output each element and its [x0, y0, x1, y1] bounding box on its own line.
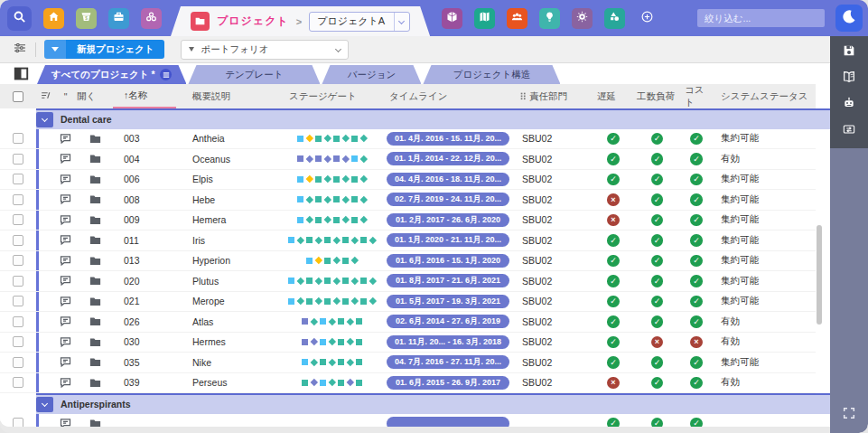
- table-row[interactable]: 003Antheia01. 4月. 2016 - 15. 11月. 20...S…: [0, 129, 816, 150]
- header-system-status[interactable]: システムステータス: [714, 84, 816, 108]
- comment-icon[interactable]: [59, 254, 72, 268]
- row-checkbox[interactable]: [13, 194, 23, 205]
- table-row[interactable]: 021Merope01. 5月. 2017 - 19. 3月. 2021SBU0…: [0, 292, 816, 313]
- header-timeline[interactable]: タイムライン: [384, 84, 515, 108]
- components-button[interactable]: [604, 8, 625, 29]
- header-load[interactable]: 工数負荷: [635, 84, 679, 108]
- comment-icon[interactable]: [59, 233, 72, 247]
- table-row[interactable]: ✓✓✓: [0, 414, 816, 428]
- settings-button[interactable]: [572, 8, 593, 29]
- open-folder-button[interactable]: [89, 376, 102, 390]
- portfolio-button[interactable]: [108, 8, 129, 29]
- table-row[interactable]: 009Hemera01. 2月. 2017 - 26. 6月. 2020SBU0…: [0, 211, 816, 231]
- tab-menu-button[interactable]: [160, 69, 172, 80]
- table-row[interactable]: 011Iris01. 1月. 2020 - 21. 11月. 20...SBU0…: [0, 231, 816, 251]
- table-row[interactable]: 020Plutus01. 8月. 2017 - 21. 6月. 2021SBU0…: [0, 271, 816, 292]
- open-folder-button[interactable]: [89, 152, 102, 165]
- row-checkbox[interactable]: [13, 154, 23, 165]
- tab-templates[interactable]: テンプレート: [188, 65, 320, 84]
- new-project-button[interactable]: 新規プロジェクト: [44, 40, 164, 59]
- filter-input[interactable]: [697, 9, 825, 27]
- row-checkbox[interactable]: [13, 276, 23, 287]
- resources-button[interactable]: [507, 8, 527, 29]
- header-description[interactable]: 概要説明: [176, 84, 280, 108]
- tab-project-structure[interactable]: プロジェクト構造: [423, 65, 560, 84]
- row-checkbox[interactable]: [13, 357, 23, 368]
- open-folder-button[interactable]: [89, 315, 102, 328]
- comment-icon[interactable]: [59, 417, 72, 427]
- add-button[interactable]: [637, 8, 658, 29]
- table-row[interactable]: 006Elpis04. 4月. 2016 - 18. 11月. 20...SBU…: [0, 170, 816, 191]
- row-checkbox[interactable]: [13, 235, 23, 246]
- header-open[interactable]: 開く: [77, 84, 113, 108]
- manual-button[interactable]: [842, 71, 857, 86]
- row-checkbox[interactable]: [13, 336, 23, 347]
- table-row[interactable]: 013Hyperion01. 6月. 2016 - 15. 1月. 2020SB…: [0, 251, 816, 272]
- header-stage-gate[interactable]: ステージゲート: [280, 84, 384, 108]
- ideas-button[interactable]: [539, 8, 560, 29]
- card-switch-button[interactable]: [842, 123, 857, 138]
- row-checkbox[interactable]: [13, 296, 23, 306]
- row-checkbox[interactable]: [13, 214, 23, 225]
- project-select[interactable]: プロジェクトA: [309, 12, 410, 32]
- comment-icon[interactable]: [59, 335, 72, 349]
- tab-all-projects[interactable]: すべてのプロジェクト *: [37, 65, 186, 84]
- comment-icon[interactable]: [59, 193, 72, 206]
- open-folder-button[interactable]: [89, 254, 102, 268]
- collapse-group-button[interactable]: [36, 112, 53, 127]
- comment-icon[interactable]: [59, 355, 72, 369]
- group-row-surface[interactable]: Antiperspirants: [36, 393, 830, 414]
- open-folder-button[interactable]: [89, 274, 102, 287]
- table-row[interactable]: 026Atlas02. 6月. 2014 - 27. 6月. 2019SBU02…: [0, 312, 816, 333]
- header-comment[interactable]: ": [54, 84, 77, 108]
- comment-icon[interactable]: [59, 274, 72, 287]
- row-checkbox[interactable]: [13, 418, 23, 427]
- fullscreen-button[interactable]: [842, 407, 857, 422]
- breadcrumb-section[interactable]: プロジェクト: [217, 14, 289, 29]
- open-folder-button[interactable]: [89, 173, 102, 186]
- header-name[interactable]: ↑名称: [113, 84, 176, 108]
- roadmap-button[interactable]: [474, 8, 495, 29]
- app-logo-button[interactable]: [835, 5, 863, 32]
- new-project-dropdown[interactable]: [44, 40, 66, 59]
- comment-icon[interactable]: [59, 173, 72, 186]
- group-row-surface[interactable]: Dental care: [36, 108, 830, 129]
- open-folder-button[interactable]: [89, 417, 102, 427]
- row-checkbox[interactable]: [13, 377, 23, 388]
- hierarchy-sort-button[interactable]: [40, 84, 54, 108]
- header-cost[interactable]: コスト: [679, 84, 714, 108]
- header-dept[interactable]: 責任部門: [515, 84, 592, 108]
- row-checkbox[interactable]: [13, 133, 23, 144]
- org-button[interactable]: [141, 8, 162, 29]
- portfolio-combobox[interactable]: ポートフォリオ: [181, 40, 349, 60]
- row-checkbox[interactable]: [13, 174, 23, 184]
- open-folder-button[interactable]: [89, 335, 102, 349]
- save-button[interactable]: [842, 44, 857, 60]
- select-all-checkbox[interactable]: [13, 91, 23, 102]
- comment-icon[interactable]: [59, 132, 72, 146]
- open-folder-button[interactable]: [89, 233, 102, 247]
- search-button[interactable]: [7, 6, 32, 31]
- table-row[interactable]: 035Nike04. 7月. 2016 - 27. 11月. 20...SBU0…: [0, 353, 816, 373]
- table-row[interactable]: 030Hermes01. 11月. 20... - 16. 3月. 2018SB…: [0, 333, 816, 353]
- panel-toggle-button[interactable]: [13, 65, 30, 82]
- header-delay[interactable]: 遅延: [592, 84, 635, 108]
- comment-icon[interactable]: [59, 213, 72, 227]
- open-folder-button[interactable]: [89, 355, 102, 369]
- table-row[interactable]: 004Oceanus01. 1月. 2014 - 22. 12月. 20...S…: [0, 149, 816, 170]
- comment-icon[interactable]: [59, 152, 72, 165]
- row-checkbox[interactable]: [13, 316, 23, 327]
- table-row[interactable]: 039Perseus01. 6月. 2015 - 26. 9月. 2017SBU…: [0, 373, 816, 394]
- view-settings-button[interactable]: [11, 41, 29, 59]
- row-checkbox[interactable]: [13, 255, 23, 266]
- tab-versions[interactable]: バージョン: [322, 65, 421, 84]
- comment-icon[interactable]: [59, 315, 72, 328]
- vertical-scrollbar[interactable]: [817, 225, 822, 325]
- home-button[interactable]: [43, 8, 64, 29]
- open-folder-button[interactable]: [89, 193, 102, 206]
- collapse-group-button[interactable]: [36, 397, 53, 412]
- comment-icon[interactable]: [59, 295, 72, 308]
- products-button[interactable]: [442, 8, 462, 29]
- assistant-button[interactable]: [842, 97, 857, 112]
- open-folder-button[interactable]: [89, 295, 102, 308]
